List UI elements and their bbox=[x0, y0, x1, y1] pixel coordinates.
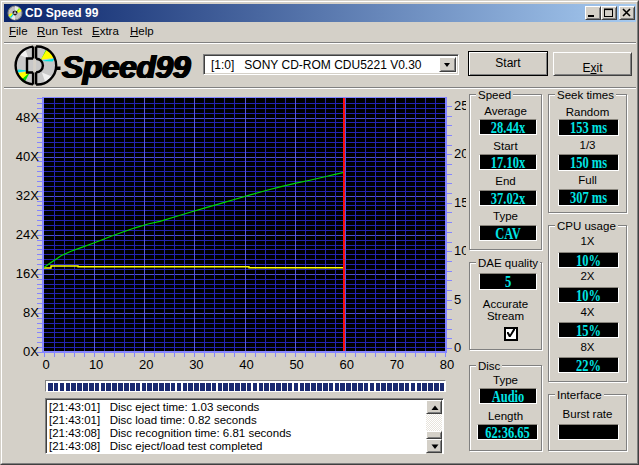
svg-text:0: 0 bbox=[454, 340, 461, 355]
svg-text:48X: 48X bbox=[16, 110, 39, 125]
svg-text:32X: 32X bbox=[16, 188, 39, 203]
svg-text:25: 25 bbox=[454, 98, 466, 113]
svg-text:40X: 40X bbox=[16, 149, 39, 164]
svg-text:16X: 16X bbox=[16, 266, 39, 281]
svg-text:70: 70 bbox=[390, 357, 404, 372]
svg-text:60: 60 bbox=[340, 357, 354, 372]
svg-text:8X: 8X bbox=[23, 305, 39, 320]
svg-text:20: 20 bbox=[454, 146, 466, 161]
svg-text:15: 15 bbox=[454, 195, 466, 210]
svg-text:30: 30 bbox=[189, 357, 203, 372]
svg-text:5: 5 bbox=[454, 292, 461, 307]
svg-text:0X: 0X bbox=[23, 344, 39, 359]
svg-text:24X: 24X bbox=[16, 227, 39, 242]
svg-text:20: 20 bbox=[139, 357, 153, 372]
svg-text:50: 50 bbox=[289, 357, 303, 372]
svg-text:10: 10 bbox=[454, 243, 466, 258]
svg-text:10: 10 bbox=[89, 357, 103, 372]
svg-text:0: 0 bbox=[42, 357, 49, 372]
svg-text:40: 40 bbox=[239, 357, 253, 372]
svg-text:80: 80 bbox=[440, 357, 454, 372]
